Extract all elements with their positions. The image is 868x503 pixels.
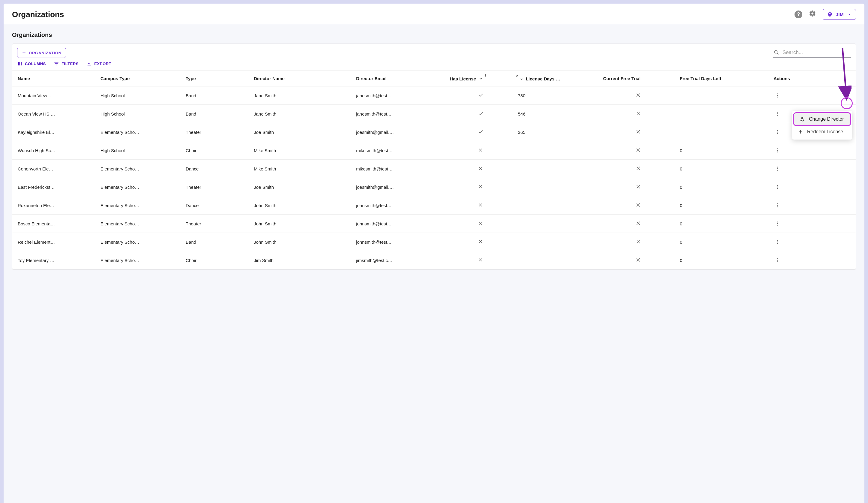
svg-point-27 <box>777 258 778 259</box>
cell-free-trial-days: 0 <box>676 160 770 178</box>
svg-point-29 <box>777 261 778 262</box>
person-edit-icon <box>799 116 805 122</box>
cell-director-name: John Smith <box>251 233 353 251</box>
row-actions-button[interactable] <box>774 238 782 246</box>
col-director-name[interactable]: Director Name <box>251 71 353 87</box>
cell-actions <box>771 196 856 214</box>
cell-campus-type: Elementary Scho… <box>97 196 183 214</box>
svg-point-15 <box>777 185 778 186</box>
filters-button[interactable]: FILTERS <box>54 61 79 66</box>
search-field[interactable] <box>773 48 851 58</box>
close-icon <box>603 239 674 244</box>
svg-point-18 <box>777 203 778 204</box>
cell-type: Band <box>183 105 251 123</box>
cell-name: Reichel Element… <box>12 233 97 251</box>
col-free-trial-days-left[interactable]: Free Trial Days Left <box>676 71 770 87</box>
help-icon[interactable]: ? <box>795 10 802 18</box>
user-name: JIM <box>836 12 844 17</box>
cell-license-days <box>515 196 600 214</box>
cell-license-days <box>515 233 600 251</box>
cell-has-license <box>447 196 515 214</box>
cell-name: Wunsch High Sc… <box>12 141 97 160</box>
svg-point-22 <box>777 223 778 224</box>
cell-has-license <box>447 178 515 196</box>
cell-current-free-trial <box>600 214 677 233</box>
svg-point-11 <box>777 152 778 152</box>
col-license-days[interactable]: 2 License Days … <box>515 71 600 87</box>
columns-button[interactable]: COLUMNS <box>17 61 46 66</box>
svg-point-28 <box>777 260 778 261</box>
row-actions-button[interactable] <box>774 128 782 136</box>
cell-director-name: Joe Smith <box>251 178 353 196</box>
col-name[interactable]: Name <box>12 71 97 87</box>
cell-current-free-trial <box>600 105 677 123</box>
cell-type: Theater <box>183 178 251 196</box>
col-director-email[interactable]: Director Email <box>353 71 447 87</box>
svg-point-23 <box>777 225 778 226</box>
table-row: Kayleighshire El…Elementary Scho…Theater… <box>12 123 856 141</box>
row-actions-button[interactable] <box>774 183 782 191</box>
settings-icon[interactable] <box>809 10 816 19</box>
cell-director-name: John Smith <box>251 214 353 233</box>
close-icon <box>603 92 674 98</box>
cell-free-trial-days <box>676 123 770 141</box>
col-has-license[interactable]: Has License 1 <box>447 71 515 87</box>
export-button[interactable]: EXPORT <box>86 61 111 66</box>
close-icon <box>450 202 512 208</box>
table-row: Wunsch High Sc…High SchoolChoirMike Smit… <box>12 141 856 160</box>
menu-redeem-license[interactable]: Redeem License <box>792 126 852 138</box>
col-campus-type[interactable]: Campus Type <box>97 71 183 87</box>
cell-director-name: Jim Smith <box>251 251 353 270</box>
download-icon <box>86 61 92 66</box>
organizations-table: Name Campus Type Type Director Name Dire… <box>12 71 856 270</box>
svg-point-1 <box>777 95 778 96</box>
cell-campus-type: High School <box>97 105 183 123</box>
search-icon <box>774 50 779 56</box>
row-actions-button[interactable] <box>774 91 782 100</box>
row-actions-button[interactable] <box>774 110 782 118</box>
close-icon <box>603 221 674 226</box>
cell-director-email: jimsmith@test.c… <box>353 251 447 270</box>
cell-type: Dance <box>183 196 251 214</box>
svg-point-12 <box>777 167 778 168</box>
close-icon <box>603 257 674 263</box>
cell-free-trial-days: 0 <box>676 233 770 251</box>
cell-name: Toy Elementary … <box>12 251 97 270</box>
row-actions-button[interactable] <box>774 164 782 173</box>
cell-name: Bosco Elementa… <box>12 214 97 233</box>
cell-current-free-trial <box>600 178 677 196</box>
cell-has-license <box>447 141 515 160</box>
arrow-down-icon <box>478 76 483 80</box>
menu-change-director[interactable]: Change Director <box>794 113 850 125</box>
row-actions-button[interactable] <box>774 146 782 154</box>
close-icon <box>450 257 512 263</box>
col-current-free-trial[interactable]: Current Free Trial <box>600 71 677 87</box>
close-icon <box>603 184 674 189</box>
cell-director-email: johnsmith@test.… <box>353 214 447 233</box>
sort-indicator: 2 <box>516 76 524 81</box>
cell-actions <box>771 160 856 178</box>
arrow-down-icon <box>519 76 524 81</box>
row-actions-button[interactable] <box>774 219 782 228</box>
svg-point-2 <box>777 97 778 98</box>
add-organization-button[interactable]: ORGANIZATION <box>17 48 66 58</box>
cell-license-days <box>515 251 600 270</box>
svg-point-24 <box>777 240 778 241</box>
table-row: Bosco Elementa…Elementary Scho…TheaterJo… <box>12 214 856 233</box>
row-actions-button[interactable] <box>774 256 782 264</box>
cell-director-name: Jane Smith <box>251 87 353 105</box>
cell-campus-type: Elementary Scho… <box>97 214 183 233</box>
close-icon <box>603 147 674 153</box>
row-actions-button[interactable] <box>774 201 782 210</box>
cell-type: Theater <box>183 123 251 141</box>
search-input[interactable] <box>783 50 848 56</box>
cell-actions <box>771 141 856 160</box>
col-type[interactable]: Type <box>183 71 251 87</box>
svg-point-5 <box>777 115 778 116</box>
user-menu[interactable]: JIM <box>823 9 856 20</box>
svg-point-19 <box>777 205 778 206</box>
cell-current-free-trial <box>600 123 677 141</box>
close-icon <box>603 111 674 116</box>
cell-has-license <box>447 87 515 105</box>
cell-free-trial-days <box>676 87 770 105</box>
